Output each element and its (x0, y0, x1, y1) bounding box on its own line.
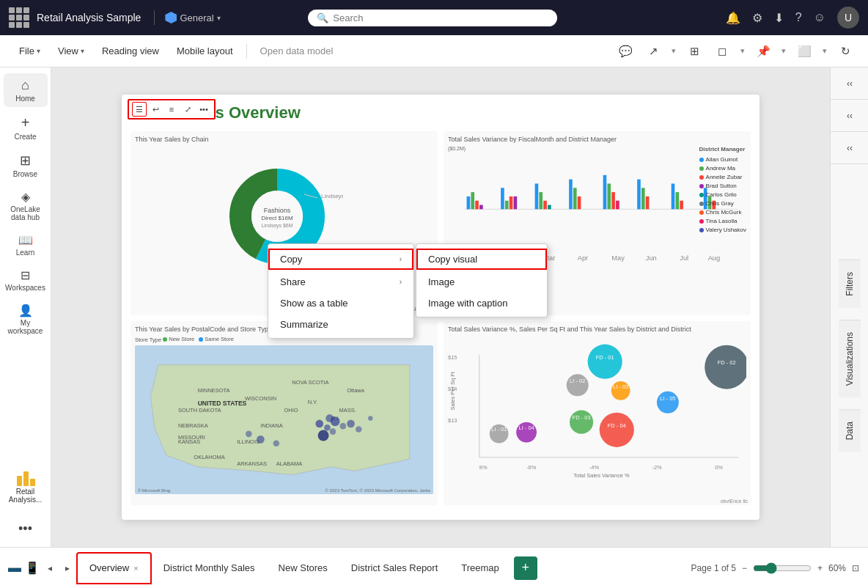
comment-icon[interactable]: 💬 (614, 40, 636, 62)
svg-point-77 (246, 430, 252, 437)
undo-icon[interactable]: ↩ (148, 102, 163, 117)
svg-text:LI - 05: LI - 05 (660, 395, 675, 402)
share-menu-item[interactable]: Share › (268, 271, 413, 293)
tab-overview-close[interactable]: × (133, 564, 138, 573)
svg-text:NOVA SCOTIA: NOVA SCOTIA (292, 379, 328, 386)
canvas-area: ☰ ↩ ≡ ⤢ ••• Store Sales Overview This Ye… (51, 67, 830, 547)
page-icon-button[interactable]: ▬ (6, 559, 23, 577)
svg-point-76 (257, 435, 265, 443)
svg-text:Apr: Apr (578, 254, 588, 262)
list-icon[interactable]: ≡ (164, 102, 179, 117)
sidebar-item-learn[interactable]: 📖 Learn (4, 229, 48, 261)
tab-new-stores[interactable]: New Stores (267, 552, 339, 584)
svg-rect-30 (573, 188, 577, 209)
more-icon: ••• (18, 521, 32, 537)
zoom-plus-icon[interactable]: + (817, 563, 823, 573)
sidebar-item-my-workspace[interactable]: 👤 My workspace (4, 299, 48, 339)
file-chevron-icon: ▾ (37, 47, 40, 55)
legend-item-9: Valery Ushakov (699, 227, 746, 233)
open-data-model-button[interactable]: Open data model (253, 43, 341, 59)
zoom-slider[interactable] (753, 562, 812, 574)
topbar-badge[interactable]: General ▾ (165, 12, 220, 23)
zoom-minus-icon[interactable]: − (742, 563, 747, 573)
data-collapse-button[interactable]: ‹‹ (831, 132, 868, 164)
avatar[interactable]: U (837, 7, 859, 29)
search-input[interactable] (333, 12, 548, 23)
sidebar-more-button[interactable]: ••• (4, 517, 48, 541)
copy-visual-submenu-item[interactable]: Copy visual (416, 249, 547, 270)
sidebar-item-retail[interactable]: Retail Analysis... (4, 467, 48, 508)
postalcode-map-chart[interactable]: This Year Sales by PostalCode and Store … (130, 321, 438, 505)
svg-text:$15: $15 (448, 354, 457, 361)
svg-text:Aug: Aug (708, 254, 721, 262)
svg-text:LI - 03: LI - 03 (613, 383, 628, 390)
mobile-icon-button[interactable]: 📱 (23, 559, 41, 577)
image-submenu-item[interactable]: Image (416, 271, 547, 293)
sidebar-item-onelake[interactable]: ◈ OneLake data hub (4, 185, 48, 226)
tab-district-sales[interactable]: District Sales Report (339, 552, 449, 584)
file-menu[interactable]: File ▾ (12, 43, 48, 59)
image-with-caption-submenu-item[interactable]: Image with caption (416, 293, 547, 314)
refresh-icon[interactable]: ↻ (834, 40, 856, 62)
mobile-layout-button[interactable]: Mobile layout (169, 43, 240, 59)
feedback-icon[interactable]: ☺ (814, 11, 825, 24)
download-icon[interactable]: ⬇ (774, 11, 784, 25)
table-icon[interactable]: ⊞ (683, 40, 705, 62)
sidebar-item-workspaces[interactable]: ⊟ Workspaces (4, 264, 48, 296)
expand-visual-icon[interactable]: ⤢ (180, 102, 195, 117)
search-bar[interactable]: 🔍 (308, 10, 557, 26)
fit-page-icon[interactable]: ⊡ (852, 563, 859, 573)
svg-text:ILLINOIS: ILLINOIS (237, 438, 260, 444)
tab-overview[interactable]: Overview × (76, 552, 152, 584)
sidebar-item-create[interactable]: + Create (4, 110, 48, 145)
expand-icon[interactable]: ⬜ (793, 40, 815, 62)
bubble-chart[interactable]: Total Sales Variance %, Sales Per Sq Ft … (444, 321, 751, 505)
copy-menu-item[interactable]: Copy › (268, 249, 413, 270)
view-menu[interactable]: View ▾ (51, 43, 92, 59)
bubble-chart-title: Total Sales Variance %, Sales Per Sq Ft … (448, 326, 746, 333)
svg-point-69 (326, 414, 334, 422)
settings-icon[interactable]: ⚙ (752, 11, 762, 25)
add-page-button[interactable]: + (514, 556, 537, 580)
hamburger-menu-button[interactable]: ☰ (132, 102, 147, 117)
visual-toolbar: ☰ ↩ ≡ ⤢ ••• (128, 99, 216, 120)
prev-page-button[interactable]: ◂ (41, 559, 59, 577)
tab-district-monthly[interactable]: District Monthly Sales (152, 552, 267, 584)
filters-collapse-button[interactable]: ‹‹ (831, 100, 868, 132)
sidebar-item-browse[interactable]: ⊞ Browse (4, 148, 48, 183)
mobile-device-icon: 📱 (25, 561, 40, 575)
legend-item-7: Chris McGurk (699, 209, 746, 216)
share-chevron-icon: › (400, 278, 402, 286)
ribbon-divider4: ▾ (781, 46, 786, 56)
visualizations-panel-tab[interactable]: Visualizations (839, 320, 861, 397)
sidebar-item-home[interactable]: ⌂ Home (4, 73, 48, 107)
svg-point-68 (340, 422, 347, 429)
share-icon[interactable]: ↗ (642, 40, 664, 62)
data-panel-tab[interactable]: Data (839, 409, 861, 452)
apps-grid-button[interactable] (9, 7, 29, 28)
collapse-left-icon: ‹‹ (847, 78, 853, 89)
visualizations-collapse-button[interactable]: ‹‹ (831, 67, 868, 100)
pin-icon[interactable]: 📌 (752, 40, 774, 62)
more-visual-icon[interactable]: ••• (196, 102, 211, 117)
notification-icon[interactable]: 🔔 (726, 11, 740, 25)
svg-text:LI - 02: LI - 02 (570, 378, 585, 384)
ribbon-separator (246, 44, 247, 59)
svg-rect-31 (578, 196, 581, 209)
svg-text:May: May (611, 254, 625, 262)
help-icon[interactable]: ? (795, 11, 802, 24)
svg-text:8%: 8% (479, 464, 488, 471)
map-copyright2: © 2023 TomTom, © 2023 Microsoft Corporat… (326, 488, 430, 493)
shape-icon[interactable]: ◻ (711, 40, 733, 62)
filters-panel-tab[interactable]: Filters (839, 260, 861, 308)
svg-point-74 (368, 416, 372, 420)
svg-point-70 (318, 430, 329, 441)
reading-view-button[interactable]: Reading view (95, 43, 166, 59)
tab-treemap[interactable]: Treemap (449, 552, 511, 584)
svg-text:SOUTH DAKOTA: SOUTH DAKOTA (178, 406, 221, 413)
next-page-button[interactable]: ▸ (59, 559, 76, 577)
show-as-table-menu-item[interactable]: Show as a table (268, 293, 413, 314)
summarize-menu-item[interactable]: Summarize (268, 314, 413, 335)
svg-rect-24 (514, 196, 518, 209)
svg-rect-23 (510, 196, 513, 209)
